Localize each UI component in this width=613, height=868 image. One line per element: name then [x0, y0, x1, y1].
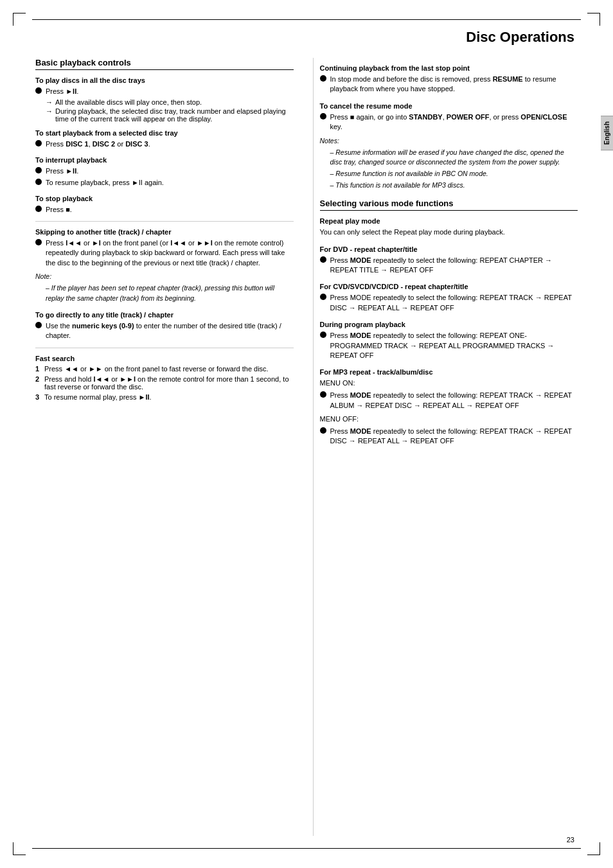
corner-tl	[13, 13, 26, 26]
fast-search-heading: Fast search	[35, 355, 294, 362]
cancel-resume-text: Press ■ again, or go into STANDBY, POWER…	[330, 112, 578, 132]
play-discs-arrow2-text: During playback, the selected disc tray,…	[55, 107, 294, 123]
num-1: 1	[35, 365, 44, 373]
interrupt-resume: To resume playback, press ►II again.	[46, 178, 294, 188]
play-discs-bullet: Press ►II.	[35, 87, 294, 96]
bullet-icon	[35, 179, 42, 185]
page-title: Disc Operations	[466, 29, 574, 46]
start-selected-heading: To start playback from a selected disc t…	[35, 129, 294, 137]
bullet-icon	[35, 239, 42, 245]
stop-press: Press ■.	[46, 205, 294, 215]
fast-search-3-text: To resume normal play, press ►II.	[44, 393, 152, 401]
left-column: Basic playback controls To play discs in…	[35, 58, 300, 836]
go-directly-bullet: Use the numeric keys (0-9) to enter the …	[35, 321, 294, 341]
border-top	[32, 19, 581, 20]
dvd-repeat-text: Press MODE repeatedly to select the foll…	[330, 256, 578, 276]
cancel-resume-bullet: Press ■ again, or go into STANDBY, POWER…	[320, 112, 578, 132]
corner-tr	[587, 13, 600, 26]
mp3-menu-on-bullet: Press MODE repeatedly to select the foll…	[320, 391, 578, 411]
mp3-heading: For MP3 repeat - track/album/disc	[320, 368, 578, 376]
border-bottom	[32, 848, 581, 849]
skipping-text: Press I◄◄ or ►I on the front panel (or I…	[46, 238, 294, 268]
bullet-icon	[320, 75, 326, 82]
dvd-repeat-heading: For DVD - repeat chapter/title	[320, 245, 578, 253]
play-discs-heading: To play discs in all the disc trays	[35, 76, 294, 84]
arrow-icon: →	[46, 98, 53, 106]
bullet-icon	[320, 391, 326, 398]
num-2: 2	[35, 375, 44, 383]
note2: – Resume function is not available in PB…	[330, 169, 578, 179]
mp3-menu-off-label: MENU OFF:	[320, 414, 578, 425]
repeat-heading: Repeat play mode	[320, 217, 578, 225]
continuing-heading: Continuing playback from the last stop p…	[320, 64, 578, 72]
bullet-icon	[35, 167, 42, 173]
divider1	[35, 221, 294, 222]
arrow-icon2: →	[46, 107, 53, 115]
bullet-icon	[320, 113, 326, 120]
fast-search-1: 1 Press ◄◄ or ►► on the front panel to f…	[35, 365, 294, 373]
page-number: 23	[567, 836, 574, 844]
cvd-repeat-text: Press MODE repeatedly to select the foll…	[330, 293, 578, 313]
bullet-icon	[35, 87, 42, 94]
interrupt-bullet2: To resume playback, press ►II again.	[35, 178, 294, 188]
notes-label: Notes:	[320, 136, 578, 146]
mp3-menu-on-text: Press MODE repeatedly to select the foll…	[330, 391, 578, 411]
cancel-resume-heading: To cancel the resume mode	[320, 102, 578, 110]
play-discs-press: Press ►II.	[46, 87, 294, 96]
bullet-icon	[320, 332, 326, 338]
bullet-icon	[35, 322, 42, 328]
divider2	[35, 348, 294, 348]
mp3-menu-off-bullet: Press MODE repeatedly to select the foll…	[320, 427, 578, 447]
note3: – This function is not available for MP3…	[330, 181, 578, 190]
skipping-note: – If the player has been set to repeat c…	[46, 283, 294, 303]
bullet-icon	[35, 140, 42, 146]
program-bullet: Press MODE repeatedly to select the foll…	[320, 331, 578, 360]
bullet-icon	[320, 427, 326, 434]
stop-heading: To stop playback	[35, 195, 294, 202]
start-selected-text: Press DISC 1, DISC 2 or DISC 3.	[46, 139, 294, 149]
program-text: Press MODE repeatedly to select the foll…	[330, 331, 578, 360]
continuing-bullet: In stop mode and before the disc is remo…	[320, 75, 578, 94]
fast-search-1-text: Press ◄◄ or ►► on the front panel to fas…	[44, 365, 269, 373]
bullet-icon	[35, 206, 42, 212]
bullet-icon	[320, 294, 326, 300]
start-selected-bullet: Press DISC 1, DISC 2 or DISC 3.	[35, 139, 294, 149]
play-discs-arrow1-text: All the available discs will play once, …	[55, 98, 202, 106]
corner-bl	[13, 842, 26, 855]
corner-br	[587, 842, 600, 855]
go-directly-text: Use the numeric keys (0-9) to enter the …	[46, 321, 294, 341]
note1: – Resume information will be erased if y…	[330, 148, 578, 167]
num-3: 3	[35, 393, 44, 401]
fast-search-2-text: Press and hold I◄◄ or ►►I on the remote …	[44, 375, 294, 391]
stop-bullet: Press ■.	[35, 205, 294, 215]
content-area: Basic playback controls To play discs in…	[35, 58, 578, 836]
interrupt-heading: To interrupt playback	[35, 156, 294, 164]
play-discs-arrow2: → During playback, the selected disc tra…	[46, 107, 294, 123]
dvd-repeat-bullet: Press MODE repeatedly to select the foll…	[320, 256, 578, 276]
skipping-heading: Skipping to another title (track) / chap…	[35, 228, 294, 236]
right-column: Continuing playback from the last stop p…	[313, 58, 578, 836]
skipping-note-label: Note:	[35, 272, 294, 281]
fast-search-3: 3 To resume normal play, press ►II.	[35, 393, 294, 401]
basic-controls-heading: Basic playback controls	[35, 58, 294, 70]
language-tab: English	[601, 116, 613, 150]
mp3-menu-off-text: Press MODE repeatedly to select the foll…	[330, 427, 578, 447]
play-discs-arrow1: → All the available discs will play once…	[46, 98, 294, 106]
selecting-heading: Selecting various mode functions	[320, 199, 578, 211]
program-heading: During program playback	[320, 321, 578, 328]
fast-search-2: 2 Press and hold I◄◄ or ►►I on the remot…	[35, 375, 294, 391]
cvd-repeat-heading: For CVD/SVCD/VCD/CD - repeat chapter/tit…	[320, 283, 578, 290]
go-directly-heading: To go directly to any title (track) / ch…	[35, 311, 294, 319]
skipping-bullet: Press I◄◄ or ►I on the front panel (or I…	[35, 238, 294, 268]
mp3-menu-on-label: MENU ON:	[320, 378, 578, 389]
continuing-text: In stop mode and before the disc is remo…	[330, 75, 578, 94]
repeat-text: You can only select the Repeat play mode…	[320, 227, 578, 238]
bullet-icon	[320, 256, 326, 263]
interrupt-bullet1: Press ►II.	[35, 166, 294, 176]
interrupt-press: Press ►II.	[46, 166, 294, 176]
cvd-repeat-bullet: Press MODE repeatedly to select the foll…	[320, 293, 578, 313]
